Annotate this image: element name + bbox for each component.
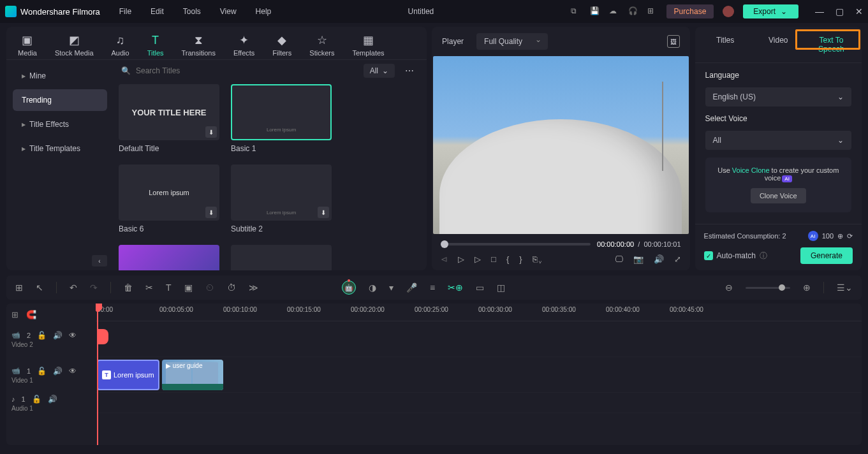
mark-out-button[interactable]: } [519,254,522,264]
eye-icon[interactable]: 👁 [69,367,77,376]
add-credits-button[interactable]: ⊕ [837,232,843,240]
tab-audio[interactable]: ♫Audio [112,33,129,57]
menu-file[interactable]: File [119,7,131,16]
scrub-bar[interactable] [441,243,591,245]
tab-filters[interactable]: ◆Filters [272,33,291,57]
title-thumb[interactable]: YOUR TITLE HERE⬇ Default Title [119,84,219,153]
search-input[interactable] [136,66,355,75]
tab-templates[interactable]: ▦Templates [352,33,384,57]
lock-icon[interactable]: 🔓 [37,367,47,376]
menu-help[interactable]: Help [256,7,272,16]
menu-view[interactable]: View [220,7,237,16]
crop-button[interactable]: ▣ [184,282,193,293]
mixer-button[interactable]: ≡ [430,282,435,293]
tab-stock[interactable]: ◩Stock Media [55,33,94,57]
zoom-slider[interactable] [746,287,790,289]
prev-frame-button[interactable]: ⊲ [441,254,448,264]
rtab-tts[interactable]: Text To Speech [805,27,858,62]
mute-icon[interactable]: 🔊 [48,395,57,404]
zoom-in-button[interactable]: ⊕ [803,282,811,293]
play-forward-button[interactable]: ▷ [458,254,464,264]
lock-icon[interactable]: 🔓 [32,395,41,404]
marker-button[interactable]: ▾ [389,282,394,293]
sidebar-collapse-button[interactable]: ‹ [92,255,107,267]
apps-icon[interactable]: ⊞ [647,6,658,17]
lock-icon[interactable]: 🔓 [37,331,47,340]
tab-transitions[interactable]: ⧗Transitions [182,33,216,57]
timeline-ruler[interactable]: 00:00 00:00:05:00 00:00:10:00 00:00:15:0… [96,304,862,321]
sidebar-item-mine[interactable]: ▶Mine [13,65,107,87]
purchase-button[interactable]: Purchase [666,4,714,18]
undo-button[interactable]: ↶ [70,282,77,293]
more-tools-button[interactable]: ≫ [249,282,258,293]
track-v1[interactable]: TLorem ipsum ▶ user guide [96,357,862,393]
track-v2[interactable] [96,321,862,357]
player-viewport[interactable] [433,56,689,234]
track-a1[interactable] [96,393,862,413]
download-icon[interactable]: ⬇ [205,126,217,138]
headphones-icon[interactable]: 🎧 [628,6,638,17]
add-track-button[interactable]: ⊞ [11,310,18,319]
sidebar-item-title-effects[interactable]: ▶Title Effects [13,113,107,135]
title-thumb[interactable]: Lorem ipsum⬇ Subtitle 2 [231,165,332,233]
cut-button[interactable]: ✂ [145,282,153,293]
magnet-button[interactable]: 🧲 [26,310,36,319]
quality-dropdown[interactable]: Full Quality [476,33,548,50]
zoom-out-button[interactable]: ⊖ [725,282,733,293]
voice-clone-link[interactable]: Voice Clone [732,166,770,174]
eye-icon[interactable]: 👁 [69,331,77,340]
volume-icon[interactable]: 🔊 [654,254,664,264]
rtab-titles[interactable]: Titles [699,27,752,62]
pointer-icon[interactable]: ↖ [36,282,43,293]
mute-icon[interactable]: 🔊 [53,331,63,340]
sidebar-item-trending[interactable]: Trending [13,89,107,111]
tab-effects[interactable]: ✦Effects [233,33,254,57]
timer-button[interactable]: ⏱ [227,282,236,293]
keyframe-button[interactable]: ◫ [497,282,505,293]
render-button[interactable]: ▭ [476,282,484,293]
refresh-icon[interactable]: ⟳ [847,232,853,240]
camera-icon[interactable]: 📷 [633,254,644,264]
clip-marker[interactable] [97,329,108,344]
title-thumb[interactable] [231,245,332,270]
mute-icon[interactable]: 🔊 [53,367,63,376]
voice-filter-select[interactable]: All⌄ [705,131,851,150]
menu-edit[interactable]: Edit [151,7,164,16]
export-button[interactable]: Export⌄ [743,4,798,18]
snapshot-mode-icon[interactable]: 🖼 [667,35,680,48]
title-thumb[interactable]: Lorem ipsum Basic 1 [231,84,332,153]
filter-dropdown[interactable]: All⌄ [364,64,395,78]
tab-media[interactable]: ▣Media [18,33,37,57]
speed-button[interactable]: ⏲ [205,282,214,293]
title-thumb[interactable] [119,245,219,270]
sidebar-item-title-templates[interactable]: ▶Title Templates [13,138,107,159]
rtab-video[interactable]: Video [752,27,805,62]
list-view-button[interactable]: ☰⌄ [837,282,853,293]
minimize-button[interactable]: — [815,6,824,17]
color-button[interactable]: ◑ [369,282,376,293]
redo-button[interactable]: ↷ [90,282,98,293]
clip-tool-button[interactable]: ⎘⌄ [533,254,543,264]
title-clip[interactable]: TLorem ipsum [97,360,159,390]
mark-in-button[interactable]: { [506,254,509,264]
info-icon[interactable]: ⓘ [760,251,767,261]
language-select[interactable]: English (US)⌄ [705,87,851,106]
clone-voice-button[interactable]: Clone Voice [751,188,806,203]
grid-icon[interactable]: ⊞ [15,282,23,293]
link-button[interactable]: ✂⊕ [448,282,463,293]
download-icon[interactable]: ⬇ [205,207,217,218]
display-icon[interactable]: 🖵 [615,254,623,264]
menu-tools[interactable]: Tools [183,7,201,16]
more-options[interactable]: ⋯ [401,66,418,76]
play-button[interactable]: ▷ [474,254,481,264]
text-button[interactable]: T [166,282,172,293]
mic-button[interactable]: 🎤 [406,282,417,293]
delete-button[interactable]: 🗑 [124,282,133,293]
save-icon[interactable]: 💾 [590,6,600,17]
screen-icon[interactable]: ⧉ [571,6,581,17]
maximize-button[interactable]: ▢ [835,6,844,17]
fullscreen-icon[interactable]: ⤢ [674,254,681,264]
ai-button[interactable]: 🤖 [342,281,356,295]
tab-titles[interactable]: TTitles [147,33,164,57]
search-box[interactable]: 🔍 [119,64,357,78]
